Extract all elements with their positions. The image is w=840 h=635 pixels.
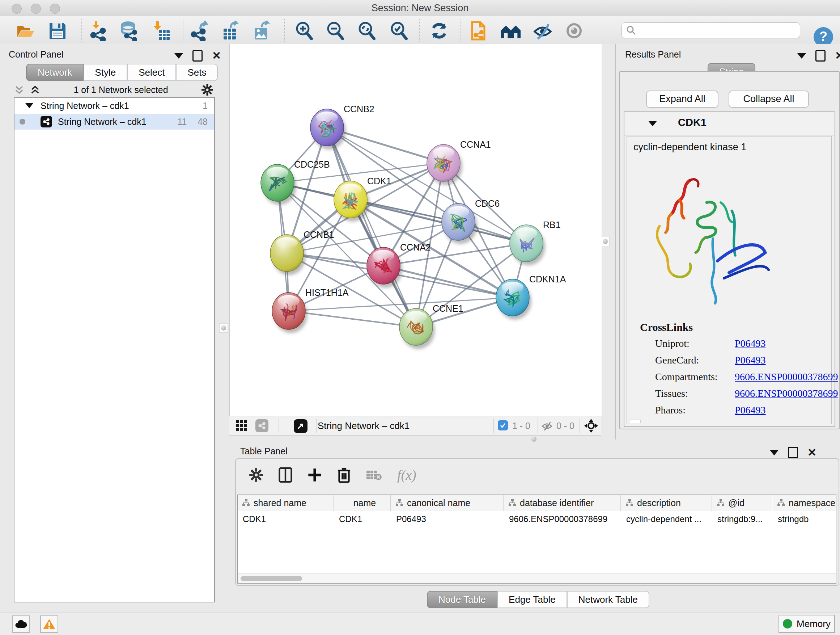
panel-close-button[interactable]: ✕ <box>835 51 840 60</box>
node-RB1[interactable]: RB1 <box>510 220 561 265</box>
export-image-button[interactable] <box>251 20 272 41</box>
selected-node-edge-counts: 1 - 0 <box>512 421 531 431</box>
section-collapse-caret[interactable] <box>648 121 657 126</box>
cloud-button[interactable] <box>12 616 30 633</box>
delete-column-icon[interactable] <box>337 467 351 483</box>
show-selected-button[interactable] <box>564 20 584 41</box>
column-header-name[interactable]: name <box>334 495 391 511</box>
collapse-all-button[interactable]: Collapse All <box>729 90 809 108</box>
import-network-database-button[interactable] <box>118 20 139 41</box>
zoom-fit-button[interactable] <box>356 20 377 41</box>
crosslink-link[interactable]: P06493 <box>735 338 766 349</box>
zoom-in-button[interactable] <box>294 20 315 41</box>
cell-canonical-name[interactable]: P06493 <box>391 511 504 527</box>
crosslinks-heading: CrossLinks <box>640 321 693 333</box>
show-columns-icon[interactable] <box>279 467 292 483</box>
panel-float-button[interactable] <box>788 447 798 458</box>
crosslink-link[interactable]: 9606.ENSP00000378699 <box>735 371 838 383</box>
search-input[interactable] <box>622 22 800 38</box>
node-CCNA2[interactable]: CCNA2 <box>367 242 431 288</box>
toolbar-separator <box>284 19 285 42</box>
column-header-@id[interactable]: @id <box>712 495 772 511</box>
horizontal-scrollbar-thumb[interactable] <box>240 576 302 581</box>
panel-menu-caret[interactable] <box>770 450 778 455</box>
selected-checkbox[interactable] <box>498 420 508 431</box>
control-tab-select[interactable]: Select <box>127 64 176 81</box>
panel-float-button[interactable] <box>815 50 826 62</box>
table-tab-network-table[interactable]: Network Table <box>567 591 649 608</box>
cell-namespace[interactable]: stringdb <box>773 511 836 527</box>
warnings-button[interactable] <box>40 616 58 633</box>
tree-expand-caret[interactable] <box>25 103 33 108</box>
cell-name[interactable]: CDK1 <box>334 511 391 527</box>
panel-float-button[interactable] <box>193 50 202 62</box>
network-collection-row[interactable]: String Network – cdk1 1 <box>14 98 214 114</box>
node-CDK1[interactable]: CDK1 <box>334 176 392 222</box>
node-CCNE1[interactable]: CCNE1 <box>399 303 463 349</box>
right-splitter-handle[interactable] <box>601 237 609 246</box>
horizontal-scrollbar[interactable] <box>238 573 836 583</box>
column-header-namespace[interactable]: namespace <box>773 495 836 511</box>
column-header-description[interactable]: description <box>621 495 712 511</box>
node-CCNB1[interactable]: CCNB1 <box>270 230 334 275</box>
birds-eye-toggle[interactable] <box>584 418 598 433</box>
expand-all-icon[interactable] <box>30 84 41 95</box>
panel-menu-caret[interactable] <box>174 53 183 59</box>
add-column-icon[interactable] <box>308 468 322 482</box>
crosslink-link[interactable]: 9606.ENSP00000378699 <box>735 388 838 399</box>
show-all-button[interactable] <box>500 20 521 41</box>
crosslink-link[interactable]: P06493 <box>735 404 766 416</box>
gear-icon[interactable] <box>201 84 213 96</box>
node-HIST1H1A[interactable]: HIST1H1A <box>272 287 349 333</box>
column-header-canonical-name[interactable]: canonical name <box>391 495 504 511</box>
node-CDC25B[interactable]: CDC25B <box>261 159 330 205</box>
network-canvas[interactable]: CCNB2CCNA1CDC25BCDK1CDC6RB1CCNB1CCNA2CDK… <box>229 44 602 416</box>
zoom-out-button[interactable] <box>325 20 346 41</box>
collapse-all-icon[interactable] <box>14 84 25 95</box>
control-tab-sets[interactable]: Sets <box>176 64 218 81</box>
results-scrollbar-thumb[interactable] <box>629 420 641 423</box>
panel-close-button[interactable]: ✕ <box>212 51 221 60</box>
save-session-button[interactable] <box>47 20 68 41</box>
toolbar-separator <box>461 19 461 42</box>
refresh-button[interactable] <box>429 20 450 41</box>
export-network-button[interactable] <box>189 20 210 41</box>
grid-view-button[interactable] <box>236 420 248 433</box>
network-row[interactable]: String Network – cdk1 11 48 <box>14 114 214 130</box>
table-tab-edge-table[interactable]: Edge Table <box>497 591 567 608</box>
column-header-database-identifier[interactable]: database identifier <box>504 495 621 511</box>
zoom-selected-button[interactable] <box>388 20 409 41</box>
network-svg[interactable]: CCNB2CCNA1CDC25BCDK1CDC6RB1CCNB1CCNA2CDK… <box>230 44 602 416</box>
column-header-shared-name[interactable]: shared name <box>238 495 333 511</box>
memory-button[interactable]: Memory <box>778 615 835 633</box>
open-session-button[interactable] <box>15 20 36 41</box>
cell-database-identifier[interactable]: 9606.ENSP00000378699 <box>504 511 621 527</box>
control-tab-network[interactable]: Network <box>26 64 84 81</box>
table-tab-node-table[interactable]: Node Table <box>427 591 497 608</box>
horizontal-splitter-handle[interactable] <box>531 436 538 442</box>
share-view-button[interactable] <box>256 419 268 432</box>
function-builder-icon-disabled[interactable]: f(x) <box>397 467 416 483</box>
open-in-window-button[interactable] <box>294 419 308 433</box>
table-settings-gear-icon[interactable] <box>249 468 264 482</box>
node-CDKN1A[interactable]: CDKN1A <box>496 274 566 320</box>
delete-table-icon-disabled[interactable] <box>366 469 382 481</box>
cdk1-header-row[interactable]: CDK1 <box>624 112 835 135</box>
help-button[interactable]: ? <box>813 27 833 47</box>
expand-all-button[interactable]: Expand All <box>646 90 718 108</box>
panel-menu-caret[interactable] <box>797 53 806 59</box>
control-tab-style[interactable]: Style <box>84 64 127 81</box>
left-splitter-handle[interactable] <box>219 323 228 333</box>
cell-description[interactable]: cyclin-dependent ... <box>621 511 712 527</box>
export-table-button[interactable] <box>220 20 241 41</box>
cell-@id[interactable]: stringdb:9... <box>712 511 772 527</box>
annotations-button[interactable] <box>468 20 489 41</box>
panel-close-button[interactable]: ✕ <box>807 448 816 457</box>
crosslink-link[interactable]: P06493 <box>735 355 766 366</box>
import-network-file-button[interactable] <box>88 20 109 41</box>
node-CCNB2[interactable]: CCNB2 <box>310 104 374 149</box>
hide-selected-button[interactable] <box>532 20 553 41</box>
node-CDC6[interactable]: CDC6 <box>442 198 500 244</box>
import-table-file-button[interactable] <box>150 20 172 41</box>
cell-shared-name[interactable]: CDK1 <box>238 511 333 527</box>
